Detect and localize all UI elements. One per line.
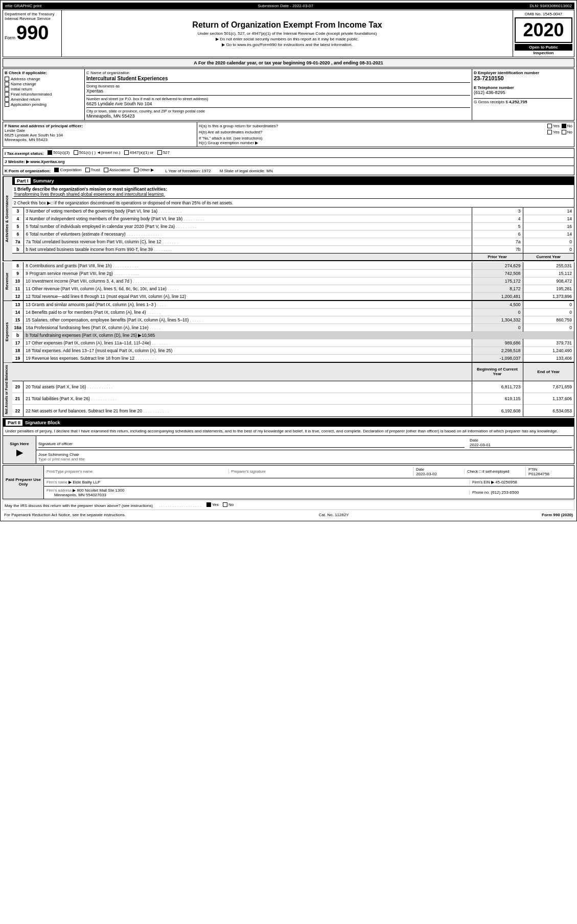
dept-label: Department of the Treasury <box>5 12 60 16</box>
paid-preparer-section: Paid Preparer Use Only Print/Type prepar… <box>3 465 574 499</box>
line17-label: 17 Other expenses (Part IX, column (A), … <box>26 340 151 345</box>
firm-name-row: Firm's name ▶ Eide Bailly LLP Firm's EIN… <box>44 478 574 487</box>
ha-no-label: No <box>567 124 572 128</box>
preparer-date-label: Date <box>416 467 464 472</box>
preparer-sig-field: Preparer's signature <box>228 469 413 474</box>
checkbox-address-label: Address change <box>11 77 40 81</box>
line7a-current: 0 <box>523 238 574 246</box>
line22-row: 22 22 Net assets or fund balances. Subtr… <box>12 405 574 417</box>
line4-current: 14 <box>523 215 574 223</box>
line17-prior: 989,686 <box>472 339 523 347</box>
line12-label: 12 Total revenue—add lines 8 through 11 … <box>26 294 186 299</box>
line3-current: 14 <box>523 207 574 215</box>
phone-value: (612) 436-8295 <box>474 90 572 95</box>
checkbox-app-label: Application pending <box>11 102 47 107</box>
firm-name-field: Firm's name ▶ Eide Bailly LLP <box>47 480 469 484</box>
omb-number: OMB No. 1545-0047 <box>515 12 572 16</box>
ha-no-box: No <box>562 124 572 128</box>
footer-no-label: No <box>228 502 234 507</box>
hb-yes-box: Yes <box>547 130 560 134</box>
check-if-label: Check □ if self-employed <box>467 469 525 474</box>
ha-no-checkbox <box>562 124 566 128</box>
address-label: Number and street (or P.O. box if mail i… <box>86 95 470 101</box>
form-title: Return of Organization Exempt From Incom… <box>64 20 511 30</box>
line7b-row: b b Net unrelated business taxable incom… <box>12 246 574 253</box>
footer-yes-item: Yes <box>206 502 219 507</box>
ein-value: 23-7210150 <box>474 75 572 81</box>
line8-current: 255,031 <box>523 262 574 270</box>
hb-row: H(b) Are all subordinates included? Yes … <box>199 130 572 134</box>
501c3-checkbox <box>48 150 52 155</box>
checkbox-app-icon <box>5 102 9 107</box>
line17-row: 17 17 Other expenses (Part IX, column (A… <box>12 339 574 347</box>
date-value: 2022-03-01 <box>470 443 572 448</box>
col-header-row: Prior Year Current Year <box>12 253 574 261</box>
line16b-label: b Total fundraising expenses (Part IX, c… <box>26 333 155 338</box>
line5-current: 16 <box>523 223 574 230</box>
tax-year-row: A For the 2020 calendar year, or tax yea… <box>3 58 574 67</box>
date-field: Date 2022-03-01 <box>470 438 572 448</box>
penalty-text: Under penalties of perjury, I declare th… <box>3 427 574 435</box>
hb-no-box: No <box>562 130 572 134</box>
net-col-header-row: Beginning of Current Year End of Year <box>12 363 574 381</box>
part2-title: Signature Block <box>25 420 60 425</box>
line12-prior: 1,200,481 <box>472 293 523 301</box>
city-label: City or town, state or province, country… <box>86 107 470 113</box>
line11-prior: 8,172 <box>472 285 523 293</box>
paid-preparer-label: Paid Preparer Use Only <box>3 466 44 499</box>
sign-here-label: Sign Here <box>10 442 29 446</box>
line2-row: 2 Check this box ▶□ if the organization … <box>12 199 574 207</box>
firm-ein-label: Firm's EIN ▶ <box>472 480 494 484</box>
activities-governance-label: Activities & Governance <box>3 177 12 261</box>
firm-address-row: Firm's address ▶ 800 Nicollet Mall Ste 1… <box>44 487 574 499</box>
line12-row: 12 12 Total revenue—add lines 8 through … <box>12 293 574 301</box>
sig-of-officer-label: Signature of officer <box>38 442 73 446</box>
line20-row: 20 20 Total assets (Part X, line 16) . .… <box>12 381 574 392</box>
ha-yes-label: Yes <box>553 124 560 128</box>
line10-prior: 175,172 <box>472 278 523 285</box>
line3-row: 3 3 Number of voting members of the gove… <box>12 207 574 215</box>
line7b-current: 0 <box>523 246 574 253</box>
line18-row: 18 18 Total expenses. Add lines 13–17 (m… <box>12 347 574 355</box>
dba-name: Xperitas <box>86 88 470 94</box>
line21-label: 21 Total liabilities (Part X, line 26) <box>26 396 90 401</box>
line9-row: 9 9 Program service revenue (Part VIII, … <box>12 270 574 278</box>
527-label: 527 <box>163 150 170 155</box>
sign-here-box: Sign Here ▶ <box>3 436 36 464</box>
part1-title: Summary <box>33 178 54 183</box>
line16b-row: b b Total fundraising expenses (Part IX,… <box>12 332 574 339</box>
officer-name-row: Jose Schimming Chair Type or print name … <box>36 450 574 464</box>
line4-row: 4 4 Number of independent voting members… <box>12 215 574 223</box>
sig-line-row: Signature of officer Date 2022-03-01 <box>36 436 574 450</box>
checkbox-name-label: Name change <box>11 82 36 86</box>
line22-label: 22 Net assets or fund balances. Subtract… <box>26 408 142 413</box>
form-990-footer: Form 990 (2020) <box>542 513 573 517</box>
line22-end: 6,534,053 <box>523 405 574 417</box>
line15-prior: 1,304,332 <box>472 316 523 324</box>
principal-label: F Name and address of principal officer: <box>5 124 195 128</box>
firm-name-value: ▶ Eide Bailly LLP <box>68 480 100 484</box>
line4-label: 4 Number of independent voting members o… <box>26 216 183 221</box>
self-employed-field: Check □ if self-employed <box>464 469 525 474</box>
org-name: Intercultural Student Experiences <box>86 76 470 83</box>
other-item: Other ▶ <box>134 168 154 172</box>
form-org-label: K Form of organization: <box>5 169 51 173</box>
checkbox-initial-icon <box>5 87 9 91</box>
line10-row: 10 10 Investment income (Part VIII, colu… <box>12 278 574 285</box>
501c3-item: 501(c)(3) <box>48 150 70 155</box>
line6-num-cell: 6 <box>472 230 523 238</box>
line15-current: 860,759 <box>523 316 574 324</box>
line14-label: 14 Benefits paid to or for members (Part… <box>26 310 146 315</box>
hc-row: H(c) Group exemption number ▶ <box>199 141 572 145</box>
corp-item: Corporation <box>54 168 81 172</box>
phone-label: E Telephone number <box>474 85 572 90</box>
checkbox-initial-return: Initial return <box>5 87 83 91</box>
efile-left: efile GRAPHIC print <box>5 4 41 8</box>
line13-label: 13 Grants and similar amounts paid (Part… <box>26 302 156 307</box>
principal-city: Minneapolis, MN 55423 <box>5 137 195 142</box>
preparer-date-value: 2022-03-02 <box>416 472 464 476</box>
line20-end: 7,671,659 <box>523 381 574 392</box>
line18-label: 18 Total expenses. Add lines 13–17 (must… <box>26 348 172 353</box>
line9-label: 9 Program service revenue (Part VIII, li… <box>26 271 113 276</box>
checkbox-final-return: Final return/terminated <box>5 92 83 97</box>
